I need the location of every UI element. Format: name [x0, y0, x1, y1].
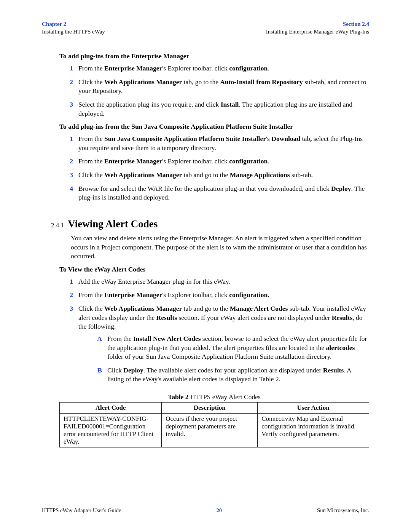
procedure-list-1: 1 From the Enterprise Manager's Explorer… [59, 64, 369, 118]
step: 1 From the Sun Java Composite Applicatio… [59, 134, 369, 152]
step: 3 Click the Web Applications Manager tab… [59, 304, 369, 388]
step-text: From the Enterprise Manager's Explorer t… [78, 64, 369, 73]
procedure-list-2: 1 From the Sun Java Composite Applicatio… [59, 134, 369, 202]
sub-step: A From the Install New Alert Codes secti… [78, 334, 369, 361]
step: 3 Click the Web Applications Manager tab… [59, 171, 369, 180]
col-description: Description [162, 403, 258, 414]
procedure-list-3: 1 Add the eWay Enterprise Manager plug-i… [59, 277, 369, 388]
section-number: 2.4.1 [51, 222, 64, 229]
sub-step: B Click Deploy. The available alert code… [78, 366, 369, 384]
step-text: From the Enterprise Manager's Explorer t… [78, 291, 369, 300]
footer-guide-title: HTTPS eWay Adapter User's Guide [42, 507, 121, 514]
table-caption: Table 2 HTTPS eWay Alert Codes [59, 393, 369, 401]
page-footer: HTTPS eWay Adapter User's Guide 20 Sun M… [42, 507, 369, 514]
step-number: 1 [59, 64, 78, 73]
step-number: 3 [59, 171, 78, 180]
table-row: HTTPCLIENTEWAY-CONFIG-FAILED000001=Confi… [60, 414, 369, 447]
chapter-subtitle: Installing the HTTPS eWay [42, 28, 105, 36]
step-number: 4 [59, 184, 78, 193]
chapter-label: Chapter 2 [42, 21, 105, 28]
sub-step-letter: A [78, 334, 107, 343]
table-title: HTTPS eWay Alert Codes [189, 393, 261, 401]
section-label: Section 2.4 [266, 21, 369, 28]
cell-alert-code: HTTPCLIENTEWAY-CONFIG-FAILED000001=Confi… [60, 414, 162, 447]
step-text: Click the Web Applications Manager tab a… [78, 171, 369, 180]
alert-codes-table: Alert Code Description User Action HTTPC… [59, 402, 369, 447]
step-number: 2 [59, 78, 78, 87]
procedure-heading: To View the eWay Alert Codes [59, 265, 369, 273]
step-number: 3 [59, 100, 78, 109]
sub-step-list: A From the Install New Alert Codes secti… [78, 334, 369, 384]
section-subtitle: Installing Enterprise Manager eWay Plug-… [266, 28, 369, 36]
paragraph: You can view and delete alerts using the… [71, 234, 369, 261]
table-header-row: Alert Code Description User Action [60, 403, 369, 414]
step-text: Select the application plug-ins you requ… [78, 100, 369, 118]
document-page: Chapter 2 Installing the HTTPS eWay Sect… [0, 0, 411, 463]
step-number: 1 [59, 277, 78, 286]
cell-description: Occurs if there your project deployment … [162, 414, 258, 447]
cell-user-action: Connectivity Map and External configurat… [258, 414, 369, 447]
step-number: 2 [59, 157, 78, 166]
col-alert-code: Alert Code [60, 403, 162, 414]
page-number: 20 [217, 507, 222, 514]
step-text: Click the Web Applications Manager tab, … [78, 78, 369, 96]
page-header: Chapter 2 Installing the HTTPS eWay Sect… [42, 21, 369, 35]
footer-company: Sun Microsystems, Inc. [317, 507, 369, 514]
header-left: Chapter 2 Installing the HTTPS eWay [42, 21, 105, 35]
table-number: Table 2 [168, 393, 188, 401]
sub-step-letter: B [78, 366, 107, 375]
procedure-heading: To add plug-ins from the Sun Java Compos… [59, 123, 369, 131]
step-text: From the Enterprise Manager's Explorer t… [78, 157, 369, 166]
section-heading: 2.4.1 Viewing Alert Codes [51, 218, 369, 230]
step: 1 Add the eWay Enterprise Manager plug-i… [59, 277, 369, 286]
step-text: Click the Web Applications Manager tab a… [78, 304, 369, 388]
step-text: From the Sun Java Composite Application … [78, 134, 369, 152]
sub-step-text: From the Install New Alert Codes section… [107, 334, 369, 361]
sub-step-text: Click Deploy. The available alert codes … [107, 366, 369, 384]
step: 2 From the Enterprise Manager's Explorer… [59, 291, 369, 300]
step: 1 From the Enterprise Manager's Explorer… [59, 64, 369, 73]
section-title: Viewing Alert Codes [68, 218, 158, 230]
step: 2 Click the Web Applications Manager tab… [59, 78, 369, 96]
step: 4 Browse for and select the WAR file for… [59, 184, 369, 202]
body-content: To add plug-ins from the Enterprise Mana… [42, 35, 369, 447]
step: 3 Select the application plug-ins you re… [59, 100, 369, 118]
col-user-action: User Action [258, 403, 369, 414]
step-text: Add the eWay Enterprise Manager plug-in … [78, 277, 369, 286]
step-number: 2 [59, 291, 78, 300]
procedure-heading: To add plug-ins from the Enterprise Mana… [59, 52, 369, 60]
header-right: Section 2.4 Installing Enterprise Manage… [266, 21, 369, 35]
step: 2 From the Enterprise Manager's Explorer… [59, 157, 369, 166]
step-text: Browse for and select the WAR file for t… [78, 184, 369, 202]
step-number: 3 [59, 304, 78, 313]
step-number: 1 [59, 134, 78, 144]
